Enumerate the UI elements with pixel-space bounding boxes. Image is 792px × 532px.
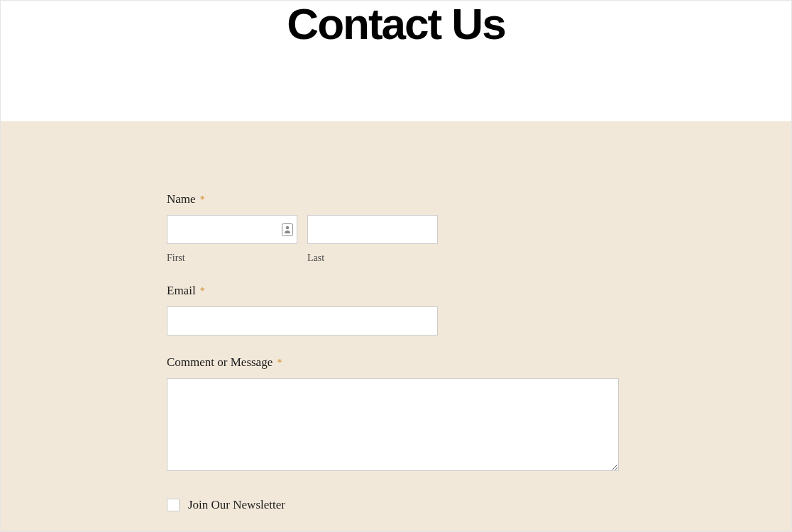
last-name-input[interactable] [307, 215, 438, 244]
first-name-input[interactable] [167, 215, 297, 244]
form-section: Name * First [1, 121, 791, 532]
header-section: Contact Us [1, 1, 791, 121]
first-name-sublabel: First [167, 253, 297, 264]
comment-label-text: Comment or Message [167, 355, 273, 369]
comment-field-row: Comment or Message * [167, 355, 621, 474]
newsletter-row: Join Our Newsletter [167, 498, 621, 512]
name-fields-container: First Last [167, 215, 621, 264]
contact-form: Name * First [167, 192, 621, 532]
newsletter-label: Join Our Newsletter [188, 498, 285, 512]
email-input[interactable] [167, 306, 438, 336]
newsletter-checkbox[interactable] [167, 499, 180, 511]
comment-textarea[interactable] [167, 378, 619, 471]
first-name-wrapper: First [167, 215, 297, 264]
page-title: Contact Us [1, 1, 791, 47]
comment-label: Comment or Message * [167, 355, 621, 370]
required-asterisk: * [277, 358, 282, 368]
name-field-row: Name * First [167, 192, 621, 264]
last-name-sublabel: Last [307, 253, 438, 264]
email-label-text: Email [167, 284, 196, 297]
name-label-text: Name [167, 192, 196, 206]
required-asterisk: * [200, 194, 205, 205]
name-label: Name * [167, 192, 621, 206]
last-name-wrapper: Last [307, 215, 438, 264]
email-field-row: Email * [167, 284, 621, 336]
email-label: Email * [167, 284, 621, 298]
required-asterisk: * [200, 286, 205, 297]
